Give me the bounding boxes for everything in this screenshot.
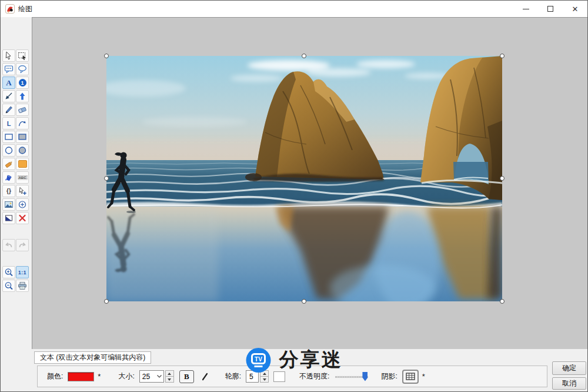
paint-bucket-icon [4, 173, 14, 182]
size-spin-up-button[interactable] [165, 370, 174, 377]
bold-button[interactable]: B [179, 370, 194, 383]
maximize-button[interactable] [538, 1, 563, 17]
circle-plus-icon [18, 200, 27, 209]
marker-icon [4, 160, 14, 168]
selection-handle-middle-right[interactable] [500, 176, 505, 181]
redo-icon [18, 241, 27, 250]
actual-size-icon: 1:1 [18, 270, 26, 275]
text-tool[interactable]: A [2, 77, 15, 89]
zoom-in-tool[interactable] [2, 266, 15, 278]
oval-callout-tool[interactable] [16, 63, 29, 75]
rectangle-icon [4, 132, 14, 141]
oval-callout-icon [18, 65, 27, 74]
window-title: 绘图 [18, 4, 32, 14]
cursor-plus-icon [18, 187, 27, 195]
fill-tool[interactable] [2, 171, 15, 184]
delete-x-icon [18, 214, 27, 222]
size-value: 25 [142, 373, 150, 381]
minimize-button[interactable] [513, 1, 538, 17]
ok-button[interactable]: 确定 [552, 361, 586, 375]
outline-spin-up-button[interactable] [260, 370, 269, 377]
rectangle-tool[interactable] [2, 131, 15, 143]
multiselect-tool[interactable] [16, 185, 29, 197]
filled-ellipse-tool[interactable] [16, 144, 29, 157]
selection-handle-top-left[interactable] [104, 54, 109, 58]
slider-thumb[interactable] [362, 372, 368, 381]
selection-handle-top-right[interactable] [500, 54, 505, 58]
grid-table-icon [406, 373, 415, 380]
filled-rectangle-tool[interactable] [16, 131, 29, 143]
tab-text-properties[interactable]: 文本 (双击文本对象可编辑其内容) [34, 351, 151, 364]
line-arrow-icon [4, 92, 14, 101]
zoom-out-icon [4, 281, 14, 290]
opacity-label: 不透明度: [299, 371, 329, 381]
size-combobox[interactable]: 25 [139, 370, 164, 383]
pencil-icon [4, 105, 14, 114]
selection-handle-bottom-left[interactable] [104, 299, 109, 304]
zoom-out-tool[interactable] [2, 280, 15, 292]
outline-spin-down-button[interactable] [260, 377, 269, 383]
photo-object[interactable] [106, 56, 502, 301]
ellipse-tool[interactable] [2, 144, 15, 157]
eraser-tool[interactable] [16, 104, 29, 116]
chevron-down-icon [157, 375, 162, 378]
number-tool-icon: 1 [19, 79, 26, 87]
magnify-region-tool[interactable] [16, 198, 29, 211]
size-spin-down-button[interactable] [165, 377, 174, 383]
toolbar-divider [2, 225, 29, 232]
opacity-slider[interactable] [335, 371, 368, 382]
undo-icon [4, 241, 14, 250]
arrow-up-icon [18, 92, 27, 101]
rect-callout-tool[interactable] [2, 63, 15, 75]
window-controls: ✕ [513, 1, 587, 17]
marquee-icon [18, 51, 27, 60]
beach-photo [106, 56, 502, 301]
undo-button[interactable] [2, 239, 15, 251]
spin-down-icon [168, 378, 171, 381]
outline-color-swatch[interactable] [273, 371, 285, 382]
polyline-tool[interactable]: L [2, 117, 15, 129]
canvas-workspace[interactable] [32, 17, 587, 349]
select-cursor-tool[interactable] [2, 49, 15, 62]
marquee-select-tool[interactable] [16, 49, 29, 62]
print-tool[interactable] [16, 280, 29, 292]
image-icon [4, 200, 14, 209]
selection-handle-middle-left[interactable] [104, 176, 109, 181]
italic-button[interactable] [199, 371, 210, 383]
actual-size-tool[interactable]: 1:1 [16, 266, 29, 278]
eraser-icon [18, 105, 27, 114]
outline-field[interactable]: 5 [246, 370, 259, 383]
title-bar: 绘图 ✕ [1, 1, 587, 17]
color-block-icon [18, 160, 27, 168]
selection-handle-top-center[interactable] [302, 54, 306, 58]
shadow-label: 阴影: [381, 371, 397, 381]
curve-arrow-tool[interactable] [16, 117, 29, 129]
selection-handle-bottom-center[interactable] [302, 299, 306, 304]
close-button[interactable]: ✕ [563, 1, 587, 17]
brace-tool[interactable]: {} [2, 185, 15, 197]
selection-handle-bottom-right[interactable] [500, 299, 505, 304]
color-required-mark: * [98, 372, 101, 381]
number-step-tool[interactable]: 1 [16, 77, 29, 89]
delete-tool[interactable] [16, 212, 29, 224]
text-color-swatch[interactable] [68, 372, 94, 381]
size-label: 大小: [118, 371, 134, 381]
line-arrow-tool[interactable] [2, 90, 15, 102]
tool-panel: A 1 L ABC {} 1:1 [1, 17, 32, 391]
italic-icon [201, 373, 209, 381]
app-window: 绘图 ✕ [0, 0, 588, 392]
marker-tool[interactable] [2, 158, 15, 170]
braces-icon: {} [6, 188, 11, 194]
shadow-button[interactable] [402, 370, 419, 384]
mosaic-tool[interactable]: ABC [16, 171, 29, 184]
arrow-tool[interactable] [16, 90, 29, 102]
color-block-tool[interactable] [16, 158, 29, 170]
pencil-tool[interactable] [2, 104, 15, 116]
redo-button[interactable] [16, 239, 29, 251]
zoom-in-icon [4, 268, 14, 277]
cancel-button[interactable]: 取消 [552, 377, 586, 390]
maximize-icon [547, 6, 553, 12]
image-tool[interactable] [2, 198, 15, 211]
outline-spinner [260, 370, 269, 383]
invert-tool[interactable] [2, 212, 15, 224]
